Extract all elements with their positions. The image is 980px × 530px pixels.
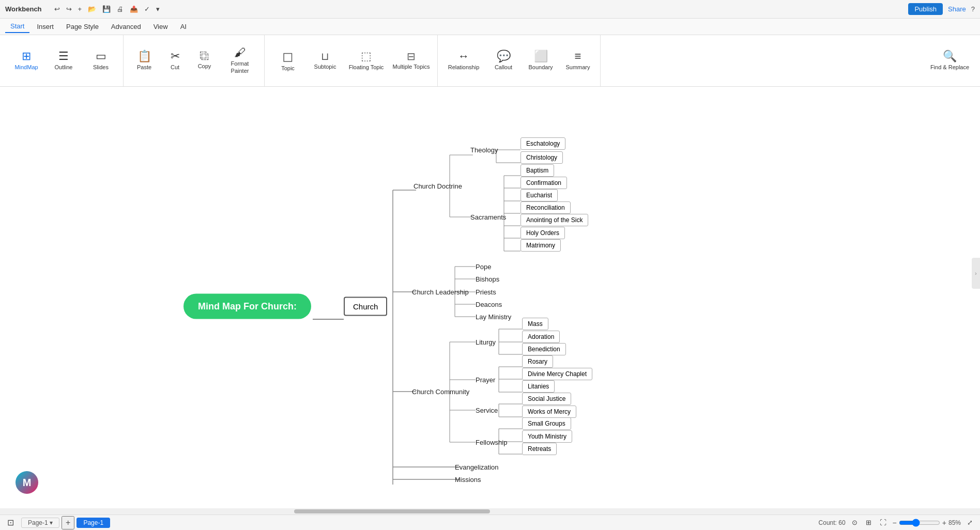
node-litanies[interactable]: Litanies	[522, 380, 555, 393]
outline-button[interactable]: ☰ Outline	[45, 40, 82, 82]
node-church-doctrine[interactable]: Church Doctrine	[414, 182, 462, 190]
node-deacons[interactable]: Deacons	[476, 301, 502, 308]
open-button[interactable]: 📂	[86, 4, 98, 14]
node-works-of-mercy[interactable]: Works of Mercy	[522, 406, 576, 418]
menu-view[interactable]: View	[148, 21, 173, 33]
node-adoration[interactable]: Adoration	[522, 331, 560, 343]
node-anointing[interactable]: Anointing of the Sick	[520, 214, 588, 226]
node-theology[interactable]: Theology	[470, 146, 498, 154]
node-christology[interactable]: Christology	[520, 151, 563, 164]
menu-ai[interactable]: AI	[175, 21, 192, 33]
node-reconciliation[interactable]: Reconciliation	[520, 201, 571, 214]
fit-all-button[interactable]: ⤢	[965, 518, 975, 527]
node-eschatology[interactable]: Eschatology	[520, 137, 565, 150]
node-rosary[interactable]: Rosary	[522, 355, 553, 368]
print-button[interactable]: 🖨	[115, 4, 126, 14]
format-painter-icon: 🖌	[234, 47, 246, 58]
node-bishops[interactable]: Bishops	[476, 275, 499, 283]
copy-button[interactable]: ⿻ Copy	[190, 40, 219, 82]
save-button[interactable]: 💾	[100, 4, 113, 14]
check-button[interactable]: ✓	[142, 4, 152, 14]
node-mass[interactable]: Mass	[522, 318, 548, 330]
mindmap-icon: ⊞	[22, 51, 31, 62]
mindmap-button[interactable]: ⊞ MindMap	[8, 40, 44, 82]
page-dropdown[interactable]: Page-1 ▾	[21, 518, 59, 528]
node-service[interactable]: Service	[476, 407, 498, 414]
export-button[interactable]: 📤	[128, 4, 140, 14]
mindmap-label: MindMap	[14, 64, 38, 71]
fit-view-button[interactable]: ⊙	[850, 518, 860, 527]
active-page-tab[interactable]: Page-1	[76, 518, 110, 528]
boundary-button[interactable]: ⬜ Boundary	[523, 40, 559, 82]
zoom-controls: − + 85%	[893, 519, 961, 527]
menu-advanced[interactable]: Advanced	[106, 21, 146, 33]
topic-icon: ◻	[282, 50, 294, 63]
help-icon[interactable]: ?	[971, 5, 975, 13]
new-button[interactable]: +	[76, 4, 84, 14]
toolbar-insert-nodes: ◻ Topic ⊔ Subtopic ⬚ Floating Topic ⊟ Mu…	[266, 35, 438, 86]
right-sidebar-tab[interactable]: ›	[972, 258, 980, 289]
more-button[interactable]: ▾	[154, 4, 162, 14]
node-divine-mercy[interactable]: Divine Mercy Chaplet	[522, 368, 592, 380]
canvas-area[interactable]: ›	[0, 87, 980, 515]
format-painter-button[interactable]: 🖌 Format Painter	[220, 40, 260, 82]
zoom-level: 85%	[948, 519, 961, 526]
summary-button[interactable]: ≡ Summary	[560, 40, 596, 82]
node-social-justice[interactable]: Social Justice	[522, 393, 571, 405]
node-fellowship[interactable]: Fellowship	[476, 439, 507, 446]
node-sacraments[interactable]: Sacraments	[470, 213, 506, 221]
node-benediction[interactable]: Benediction	[522, 343, 566, 355]
paste-icon: 📋	[137, 51, 151, 62]
find-replace-button[interactable]: 🔍 Find & Replace	[928, 40, 972, 82]
horizontal-scrollbar[interactable]	[0, 508, 980, 515]
zoom-out-button[interactable]: −	[893, 519, 897, 527]
node-small-groups[interactable]: Small Groups	[522, 417, 571, 430]
panel-toggle-button[interactable]: ⊡	[5, 517, 16, 528]
paste-button[interactable]: 📋 Paste	[129, 40, 160, 82]
menu-start[interactable]: Start	[5, 20, 29, 33]
node-matrimony[interactable]: Matrimony	[520, 239, 561, 252]
paste-label: Paste	[137, 64, 151, 71]
scrollbar-thumb[interactable]	[294, 509, 490, 513]
node-missions[interactable]: Missions	[455, 476, 481, 484]
node-pope[interactable]: Pope	[476, 263, 491, 271]
node-prayer[interactable]: Prayer	[476, 376, 495, 384]
redo-button[interactable]: ↪	[64, 4, 74, 14]
share-link[interactable]: Share	[948, 5, 966, 13]
node-baptism[interactable]: Baptism	[520, 164, 554, 177]
cut-button[interactable]: ✂ Cut	[161, 40, 189, 82]
node-liturgy[interactable]: Liturgy	[476, 338, 496, 346]
node-confirmation[interactable]: Confirmation	[520, 177, 567, 189]
multiple-topics-button[interactable]: ⊟ Multiple Topics	[389, 40, 433, 82]
node-church-community[interactable]: Church Community	[412, 388, 469, 396]
add-page-button[interactable]: +	[62, 516, 74, 529]
node-eucharist[interactable]: Eucharist	[520, 189, 558, 201]
zoom-in-button[interactable]: +	[942, 519, 946, 527]
node-evangelization[interactable]: Evangelization	[455, 463, 499, 471]
zoom-slider[interactable]	[899, 519, 940, 527]
node-holy-orders[interactable]: Holy Orders	[520, 227, 565, 239]
cut-label: Cut	[171, 64, 179, 71]
undo-button[interactable]: ↩	[52, 4, 62, 14]
central-node[interactable]: Church	[344, 297, 387, 316]
subtopic-button[interactable]: ⊔ Subtopic	[307, 40, 343, 82]
topic-button[interactable]: ◻ Topic	[270, 40, 306, 82]
callout-button[interactable]: 💬 Callout	[485, 40, 522, 82]
node-retreats[interactable]: Retreats	[522, 443, 557, 455]
app-icon[interactable]: M	[16, 471, 38, 494]
layout-button[interactable]: ⊞	[864, 518, 874, 527]
slides-button[interactable]: ▭ Slides	[83, 40, 119, 82]
node-priests[interactable]: Priests	[476, 288, 496, 296]
node-youth-ministry[interactable]: Youth Ministry	[522, 430, 572, 443]
node-church-leadership[interactable]: Church Leadership	[412, 288, 469, 296]
node-lay-ministry[interactable]: Lay Ministry	[476, 313, 511, 321]
root-node[interactable]: Mind Map For Church:	[183, 294, 311, 319]
fullscreen-button[interactable]: ⛶	[878, 518, 889, 527]
menu-insert[interactable]: Insert	[32, 21, 59, 33]
floating-topic-button[interactable]: ⬚ Floating Topic	[344, 40, 388, 82]
menu-page-style[interactable]: Page Style	[61, 21, 104, 33]
relationship-button[interactable]: ↔ Relationship	[443, 40, 484, 82]
count-label: Count: 60	[819, 519, 846, 526]
subtopic-icon: ⊔	[321, 51, 329, 61]
publish-button[interactable]: Publish	[908, 3, 943, 15]
